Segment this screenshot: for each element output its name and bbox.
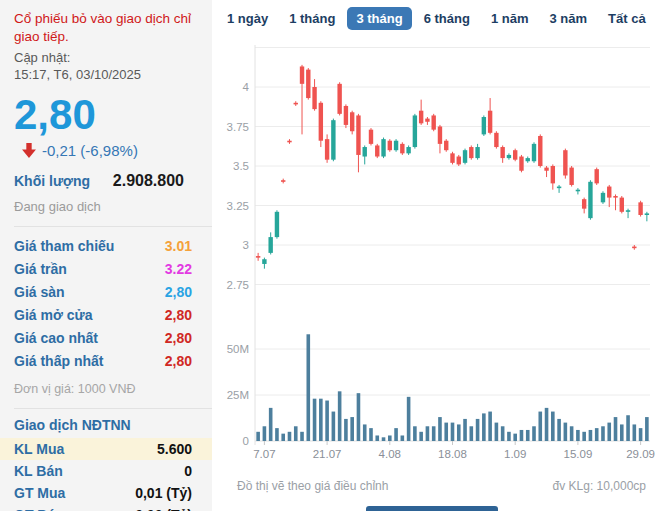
svg-text:21.07: 21.07	[313, 448, 342, 460]
row-label: Giá cao nhất	[14, 330, 98, 346]
row-foreign-buy-volume: KL Mua 5.600	[0, 438, 212, 460]
row-reference-price: Giá tham chiếu 3.01	[14, 235, 212, 258]
svg-text:29.09: 29.09	[626, 448, 655, 460]
price-unit-note: Đơn vị giá: 1000 VNĐ	[14, 382, 212, 396]
bottom-partial-element	[366, 506, 498, 511]
svg-text:4: 4	[243, 81, 250, 93]
svg-text:50M: 50M	[227, 343, 249, 355]
svg-text:3: 3	[243, 239, 249, 251]
row-floor-price: Giá sàn 2,80	[14, 281, 212, 304]
tab-1-nam[interactable]: 1 năm	[482, 7, 538, 30]
row-foreign-sell-volume: KL Bán 0	[14, 460, 212, 482]
updated-label: Cập nhật:	[14, 49, 212, 67]
divider	[14, 408, 212, 409]
trading-status: Đang giao dịch	[14, 199, 212, 214]
divider	[14, 226, 212, 227]
row-foreign-sell-value: GT Bán 0.00 (Tỷ)	[14, 504, 212, 511]
svg-text:15.09: 15.09	[564, 448, 593, 460]
row-value: 2,80	[165, 307, 192, 323]
volume-label: Khối lượng	[14, 173, 90, 189]
svg-text:18.08: 18.08	[438, 448, 467, 460]
price-change-row: -0,21 (-6,98%)	[22, 142, 212, 159]
row-value: 3.22	[165, 261, 192, 277]
tab-3-thang[interactable]: 3 tháng	[347, 7, 411, 30]
svg-text:7.07: 7.07	[253, 448, 275, 460]
foreign-trading-header: Giao dịch NĐTNN	[14, 417, 212, 433]
arrow-down-icon	[22, 143, 36, 158]
row-lowest-price: Giá thấp nhất 2,80	[14, 350, 212, 373]
row-label: GT Mua	[14, 485, 65, 501]
row-value: 2,80	[165, 284, 192, 300]
updated-time: 15:17, T6, 03/10/2025	[14, 66, 212, 84]
row-label: GT Bán	[14, 507, 64, 511]
svg-text:3.25: 3.25	[227, 200, 249, 212]
row-label: KL Mua	[14, 441, 64, 457]
tab-3-nam[interactable]: 3 năm	[540, 7, 596, 30]
svg-text:25M: 25M	[227, 389, 249, 401]
svg-text:2.75: 2.75	[227, 279, 249, 291]
svg-text:4.08: 4.08	[379, 448, 401, 460]
row-value: 2,80	[165, 330, 192, 346]
row-foreign-buy-value: GT Mua 0,01 (Tỷ)	[14, 482, 212, 504]
volume-row: Khối lượng 2.908.800	[14, 172, 212, 190]
row-label: Giá mở cửa	[14, 307, 92, 323]
time-range-tabs: 1 ngày 1 tháng 3 tháng 6 tháng 1 năm 3 n…	[218, 7, 655, 30]
row-label: Giá tham chiếu	[14, 238, 114, 254]
row-value: 0.00 (Tỷ)	[135, 507, 192, 511]
row-value: 3.01	[165, 238, 192, 254]
row-label: KL Bán	[14, 463, 63, 479]
svg-text:0: 0	[243, 435, 249, 447]
row-label: Giá sàn	[14, 284, 65, 300]
tab-6-thang[interactable]: 6 tháng	[415, 7, 479, 30]
row-open-price: Giá mở cửa 2,80	[14, 304, 212, 327]
chart-adjusted-note: Đồ thị vẽ theo giá điều chỉnh	[237, 479, 388, 493]
row-value: 0	[184, 463, 192, 479]
current-price: 2,80	[14, 94, 212, 136]
row-value: 0,01 (Tỷ)	[135, 485, 192, 501]
tab-1-ngay[interactable]: 1 ngày	[218, 7, 277, 30]
row-highest-price: Giá cao nhất 2,80	[14, 327, 212, 350]
row-label: Giá thấp nhất	[14, 353, 103, 369]
svg-text:3.5: 3.5	[233, 160, 249, 172]
svg-text:1.09: 1.09	[504, 448, 526, 460]
price-change-value: -0,21 (-6,98%)	[42, 142, 138, 159]
row-label: Giá trần	[14, 261, 67, 277]
stock-info-sidebar: Cổ phiếu bỏ vào giao dịch chỉ giao tiếp.…	[0, 0, 212, 511]
volume-value: 2.908.800	[113, 172, 184, 190]
price-volume-chart[interactable]: 43.753.53.2532.7550M25M07.0721.074.0818.…	[212, 38, 655, 476]
row-ceiling-price: Giá trần 3.22	[14, 258, 212, 281]
trading-notice: Cổ phiếu bỏ vào giao dịch chỉ giao tiếp.	[14, 10, 212, 46]
tab-1-thang[interactable]: 1 tháng	[280, 7, 344, 30]
row-value: 5.600	[157, 441, 192, 457]
row-value: 2,80	[165, 353, 192, 369]
volume-unit-note: đv KLg: 10,000cp	[553, 479, 646, 493]
svg-text:3.75: 3.75	[227, 121, 249, 133]
tab-tat-ca[interactable]: Tất cả	[599, 7, 655, 30]
